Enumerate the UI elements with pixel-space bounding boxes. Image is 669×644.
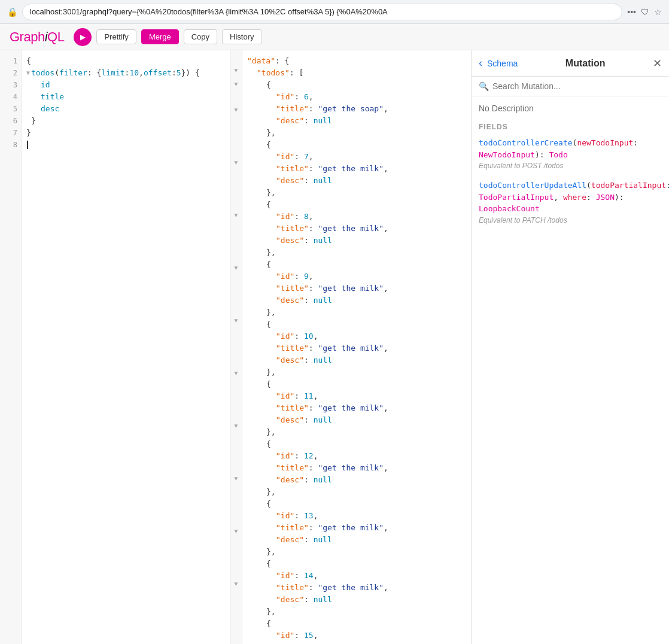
browser-bar: 🔒 localhost:3001/graphql?query={%0A%20to… — [0, 0, 669, 24]
result-line: { — [266, 199, 466, 211]
mutation-item-2: todoControllerUpdateAll(todoPartialInput… — [479, 180, 662, 224]
result-triangle-7[interactable]: ▼ — [233, 317, 239, 324]
result-line: "desc": null — [276, 354, 466, 366]
search-box: 🔍 — [472, 77, 669, 96]
result-line: "desc": null — [276, 594, 466, 606]
merge-button[interactable]: Merge — [141, 29, 179, 44]
result-line: }, — [266, 306, 466, 318]
result-line: "id": 15, — [276, 630, 466, 642]
history-button[interactable]: History — [222, 29, 261, 44]
result-content[interactable]: "data": { "todos": [ { "id": 6, "title":… — [242, 50, 471, 644]
mutation-name-1[interactable]: todoControllerCreate(newTodoInput: NewTo… — [479, 137, 662, 160]
result-triangle-10[interactable]: ▼ — [233, 475, 239, 482]
result-line: "title": "get the milk", — [276, 402, 466, 414]
mutation-title: Mutation — [522, 58, 648, 69]
result-triangle-4[interactable]: ▼ — [233, 159, 239, 166]
result-line: { — [266, 79, 466, 91]
editor-content[interactable]: { ▼ todos ( filter : { limit : 10 , offs… — [22, 50, 230, 644]
result-triangle-11[interactable]: ▼ — [233, 528, 239, 534]
result-line: }, — [266, 546, 466, 558]
result-line: "todos": [ — [257, 67, 466, 79]
result-triangle-9[interactable]: ▼ — [233, 423, 239, 429]
code-line-2: ▼ todos ( filter : { limit : 10 , offset… — [26, 67, 225, 79]
line-num-3: 3 — [0, 79, 17, 91]
code-line-5: desc — [26, 103, 225, 115]
result-line: "title": "get the milk", — [276, 582, 466, 594]
result-line: "id": 13, — [276, 510, 466, 522]
result-triangle-6[interactable]: ▼ — [233, 265, 239, 271]
url-bar[interactable]: localhost:3001/graphql?query={%0A%20todo… — [22, 4, 622, 20]
result-triangle-2[interactable]: ▼ — [233, 81, 239, 87]
editor-cursor — [27, 141, 28, 149]
result-line: "title": "get the soap", — [276, 103, 466, 115]
line-num-1: 1 — [0, 55, 17, 67]
line-num-4: 4 — [0, 91, 17, 103]
more-icon[interactable]: ••• — [627, 7, 636, 17]
collapse-triangle-2[interactable]: ▼ — [26, 67, 30, 79]
star-icon[interactable]: ☆ — [654, 7, 662, 17]
result-line: "desc": null — [276, 115, 466, 127]
schema-link[interactable]: Schema — [487, 59, 518, 68]
mutation-equiv-1: Equivalent to POST /todos — [479, 162, 662, 170]
result-line: "title": "get the milk", — [276, 282, 466, 294]
editor-panel: 1 2 3 4 5 6 7 8 { ▼ todos ( filter : { l… — [0, 50, 230, 644]
back-button[interactable]: ‹ — [479, 57, 482, 69]
line-num-8: 8 — [0, 139, 17, 151]
schema-header: ‹ Schema Mutation ✕ — [472, 50, 669, 77]
schema-body: No Description FIELDS todoControllerCrea… — [472, 96, 669, 644]
close-button[interactable]: ✕ — [653, 57, 662, 70]
result-gutter: ▼ ▼ ▼ ▼ ▼ ▼ ▼ ▼ ▼ ▼ ▼ ▼ — [230, 50, 242, 644]
result-line: { — [266, 139, 466, 151]
graphiql-logo: GraphiQL — [10, 29, 64, 45]
result-line: }, — [266, 247, 466, 259]
result-line: "title": "get the milk", — [276, 342, 466, 354]
result-line: "title": "get the milk", — [276, 462, 466, 474]
mutation-name-2[interactable]: todoControllerUpdateAll(todoPartialInput… — [479, 180, 662, 215]
result-line: { — [266, 378, 466, 390]
result-line: "id": 14, — [276, 570, 466, 582]
code-line-3: id — [26, 79, 225, 91]
result-line: }, — [266, 187, 466, 199]
search-icon: 🔍 — [479, 81, 489, 91]
url-text: localhost:3001/graphql?query={%0A%20todo… — [30, 7, 388, 16]
fields-label: FIELDS — [479, 123, 662, 131]
result-panel: ▼ ▼ ▼ ▼ ▼ ▼ ▼ ▼ ▼ ▼ ▼ ▼ "data": { "todos… — [230, 50, 472, 644]
line-num-6: 6 — [0, 115, 17, 127]
line-num-7: 7 — [0, 127, 17, 139]
result-line: "title": "get the milk", — [276, 642, 466, 644]
code-line-4: title — [26, 91, 225, 103]
browser-actions: ••• 🛡 ☆ — [627, 7, 662, 17]
result-triangle-5[interactable]: ▼ — [233, 212, 239, 218]
code-line-1: { — [26, 55, 225, 67]
shield-icon: 🔒 — [7, 7, 17, 17]
result-line: { — [266, 618, 466, 630]
result-line: "id": 9, — [276, 271, 466, 282]
result-line: "id": 7, — [276, 151, 466, 163]
result-line: "title": "get the milk", — [276, 522, 466, 534]
result-line: { — [266, 318, 466, 330]
code-line-6: } — [26, 115, 225, 127]
run-button[interactable]: ▶ — [74, 28, 92, 46]
result-line: "desc": null — [276, 294, 466, 306]
copy-button[interactable]: Copy — [184, 29, 217, 44]
search-input[interactable] — [492, 81, 662, 91]
result-triangle-3[interactable]: ▼ — [233, 107, 239, 113]
result-line: "data": { — [247, 55, 466, 67]
result-line: "id": 6, — [276, 91, 466, 103]
result-triangle-1[interactable]: ▼ — [233, 67, 239, 74]
main-area: 1 2 3 4 5 6 7 8 { ▼ todos ( filter : { l… — [0, 50, 669, 644]
line-num-2: 2 — [0, 67, 17, 79]
result-triangle-8[interactable]: ▼ — [233, 370, 239, 376]
result-line: "title": "get the milk", — [276, 223, 466, 235]
prettify-button[interactable]: Prettify — [96, 29, 136, 44]
result-line: { — [266, 498, 466, 510]
result-line: { — [266, 259, 466, 271]
graphiql-header: GraphiQL ▶ Prettify Merge Copy History — [0, 24, 669, 50]
shield-icon2: 🛡 — [641, 7, 649, 17]
result-line: "desc": null — [276, 175, 466, 187]
result-line: "desc": null — [276, 474, 466, 486]
code-line-7: } — [26, 127, 225, 139]
result-line: "desc": null — [276, 534, 466, 546]
result-triangle-12[interactable]: ▼ — [233, 581, 239, 587]
mutation-item-1: todoControllerCreate(newTodoInput: NewTo… — [479, 137, 662, 170]
